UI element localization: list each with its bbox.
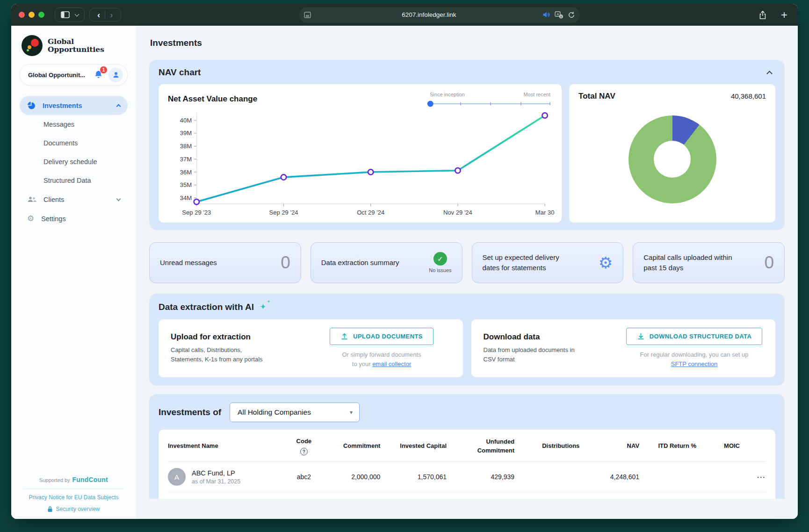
data-extraction-summary-card[interactable]: Data extraction summary ✓ No issues (311, 242, 462, 283)
date-range-slider[interactable]: Since inception Most recent (430, 92, 550, 104)
total-nav-label: Total NAV (578, 92, 615, 101)
sidebar-footer: Supported by FundCount Privacy Notice fo… (20, 476, 128, 512)
close-button[interactable] (19, 12, 25, 18)
history-nav: ‹ › (89, 8, 121, 22)
column-header-moic: MOIC (702, 441, 740, 451)
holding-companies-select[interactable]: All Holding Companies ▾ (230, 403, 360, 422)
capital-calls-card[interactable]: Capital calls uploaded within past 15 da… (633, 242, 785, 283)
email-collector-link[interactable]: email collector (372, 360, 411, 367)
no-issues-label: No issues (429, 267, 451, 273)
new-tab-button[interactable]: + (778, 9, 790, 21)
svg-text:37M: 37M (180, 156, 192, 163)
sidebar-item-structured-data[interactable]: Structured Data (20, 171, 128, 190)
sidebar-item-documents[interactable]: Documents (20, 134, 128, 152)
account-name: Global Opportunit... (28, 72, 89, 79)
minimize-button[interactable] (29, 12, 35, 18)
notifications-button[interactable]: 1 (94, 70, 104, 80)
reload-icon[interactable] (568, 11, 575, 19)
table-row[interactable]: A ABC Fund, LP as of Mar 31, 2025 abc2 2… (168, 462, 766, 492)
chevron-down-icon[interactable] (75, 12, 79, 16)
url-bar[interactable]: 6207.infoledger.link Ax (299, 7, 580, 23)
chevron-up-icon (116, 104, 121, 109)
forward-button[interactable]: › (105, 10, 117, 19)
column-header-investment-name: Investment Name (168, 441, 282, 451)
sidebar-nav: Investments Messages Documents Delivery … (20, 96, 128, 228)
upload-documents-button[interactable]: UPLOAD DOCUMENTS (330, 328, 433, 345)
sftp-connection-link[interactable]: SFTP connection (671, 360, 717, 367)
investments-of-title: Investments of (159, 407, 221, 417)
unread-messages-count: 0 (281, 253, 290, 273)
translate-icon[interactable]: Ax (555, 11, 563, 19)
audio-mute-icon[interactable] (542, 11, 550, 18)
sidebar-item-clients[interactable]: Clients (20, 190, 128, 209)
cell-invested-capital: 1,570,061 (386, 473, 447, 481)
total-nav-value: 40,368,601 (731, 92, 766, 100)
nav-line-chart: 34M35M36M37M38M39M40MSep 29 '23Sep 29 '2… (168, 106, 552, 219)
sidebar-item-label: Investments (43, 102, 82, 109)
supported-by[interactable]: Supported by FundCount (20, 476, 128, 483)
profile-button[interactable] (108, 68, 123, 82)
cell-unfunded-commitment: 429,939 (452, 473, 514, 481)
slider-left-label: Since inception (430, 92, 465, 97)
avatar: A (168, 468, 186, 486)
delivery-dates-setup-card[interactable]: Set up expected delivery dates for state… (472, 242, 624, 283)
help-icon[interactable]: ? (300, 448, 308, 455)
download-title: Download data (484, 332, 586, 342)
upload-extraction-card: Upload for extraction Capital calls, Dis… (159, 319, 463, 377)
data-extraction-title: Data extraction with AI (159, 302, 254, 312)
column-header-distributions: Distributions (520, 441, 579, 451)
browser-window: ‹ › 6207.infoledger.link Ax (11, 4, 798, 519)
org-logo: Global Opportunities (20, 34, 128, 57)
privacy-notice-link[interactable]: Privacy Notice for EU Data Subjects (20, 494, 128, 501)
svg-text:Sep 29 '24: Sep 29 '24 (269, 209, 298, 216)
org-logo-icon (22, 35, 43, 56)
cell-code: abc2 (287, 473, 321, 481)
investments-table: Investment Name Code ? Commitment Invest… (159, 430, 775, 499)
svg-text:Mar 30: Mar 30 (535, 209, 555, 216)
security-overview-link[interactable]: Security overview (20, 506, 128, 512)
sidebar: Global Opportunities Global Opportunit..… (11, 26, 136, 519)
chart-title: Net Asset Value change (168, 92, 257, 104)
collapse-panel-icon[interactable] (766, 71, 773, 77)
page-icon (304, 12, 320, 18)
unread-messages-card[interactable]: Unread messages 0 (149, 242, 301, 283)
svg-text:40M: 40M (180, 117, 192, 124)
gear-icon: ⚙ (27, 215, 34, 223)
sidebar-toggle-icon[interactable] (61, 11, 70, 18)
download-structured-data-button[interactable]: DOWNLOAD STRUCTURED DATA (626, 328, 763, 345)
url-text: 6207.infoledger.link (320, 11, 538, 18)
check-icon: ✓ (433, 252, 447, 266)
clients-icon (27, 196, 36, 203)
sidebar-item-messages[interactable]: Messages (20, 115, 128, 134)
slider-right-label: Most recent (524, 92, 550, 97)
zoom-button[interactable] (38, 12, 44, 18)
lock-icon (47, 506, 53, 512)
row-actions-button[interactable]: ⋯ (745, 472, 766, 482)
total-nav-donut-chart (628, 115, 716, 203)
column-header-itd-return: ITD Return % (645, 441, 696, 451)
gear-icon: ⚙ (599, 255, 613, 271)
upload-icon (340, 332, 348, 340)
account-switcher[interactable]: Global Opportunit... 1 (20, 64, 128, 86)
column-header-code: Code ? (287, 437, 321, 456)
select-value: All Holding Companies (238, 408, 311, 417)
nav-chart-panel: NAV chart Net Asset Value change Since i… (149, 60, 785, 230)
investments-table-panel: Investments of All Holding Companies ▾ I… (149, 394, 785, 499)
sidebar-item-delivery-schedule[interactable]: Delivery schedule (20, 152, 128, 171)
share-icon[interactable] (758, 10, 767, 20)
back-button[interactable]: ‹ (93, 10, 105, 19)
sidebar-item-settings[interactable]: ⚙ Settings (20, 209, 128, 228)
footer-divider (23, 489, 124, 489)
svg-text:38M: 38M (180, 143, 192, 150)
data-extraction-panel: Data extraction with AI ✦✦ Upload for ex… (149, 294, 785, 386)
slider-track[interactable] (430, 103, 550, 104)
pie-chart-icon (27, 101, 36, 110)
column-header-invested-capital: Invested Capital (386, 441, 447, 451)
sidebar-toggle-group[interactable] (55, 7, 85, 22)
upload-hint: Or simply forward documents to your emai… (342, 350, 421, 369)
sparkles-icon: ✦✦ (260, 302, 266, 312)
slider-thumb[interactable] (427, 101, 433, 107)
notification-badge: 1 (100, 66, 108, 74)
sidebar-item-investments[interactable]: Investments (20, 96, 128, 115)
svg-text:Oct 29 '24: Oct 29 '24 (357, 209, 384, 216)
